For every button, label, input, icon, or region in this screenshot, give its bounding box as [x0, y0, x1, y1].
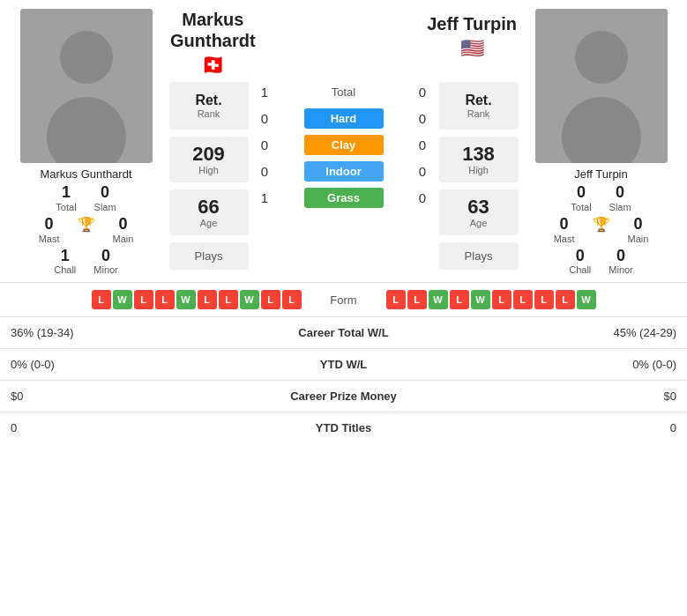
main-container: Markus Gunthardt 1 Total 0 Slam 0 Mast 🏆 — [0, 0, 687, 443]
player1-mast-lbl: Mast — [39, 234, 60, 244]
form-badge: L — [155, 290, 175, 309]
player2-slam-lbl: Slam — [609, 202, 631, 212]
player1-total-stat: 1 Total — [56, 184, 76, 212]
form-badge: L — [556, 290, 575, 309]
player1-total-lbl: Total — [56, 202, 76, 212]
player2-chall-lbl: Chall — [569, 264, 591, 275]
clay-bar-wrap: Clay — [273, 135, 414, 155]
form-badge: L — [534, 290, 554, 309]
player1-minor-val: 0 — [101, 248, 110, 265]
p1-clay-score: 0 — [256, 137, 273, 152]
p1-indoor-score: 0 — [256, 164, 273, 179]
top-content: Markus Gunthardt 1 Total 0 Slam 0 Mast 🏆 — [0, 0, 687, 275]
hard-row: 0 Hard 0 — [256, 108, 431, 129]
p2-high-lbl: High — [444, 165, 513, 175]
player2-main-lbl: Main — [628, 234, 649, 244]
stats-left-val: $0 — [0, 381, 176, 412]
player1-mast-val: 0 — [45, 216, 54, 234]
stats-row: $0 Career Prize Money $0 — [0, 381, 687, 412]
p1-total-score: 1 — [256, 85, 273, 100]
player2-slam-stat: 0 Slam — [609, 184, 631, 212]
indoor-bar-wrap: Indoor — [273, 161, 414, 182]
p1-name-block: Markus Gunthardt 🇨🇭 — [170, 9, 256, 77]
p1-hard-score: 0 — [256, 111, 273, 126]
form-badge: W — [113, 290, 132, 309]
p1-high-box: 209 High — [169, 137, 249, 182]
form-left: LWLLWLLWLL — [9, 290, 309, 309]
form-badge: L — [282, 290, 302, 309]
player2-mast-stat: 0 Mast — [554, 216, 575, 244]
p2-rank-box: Ret. Rank — [439, 82, 519, 130]
form-badge: L — [407, 290, 427, 309]
player1-main-lbl: Main — [113, 234, 134, 244]
p1-flag: 🇨🇭 — [201, 54, 225, 77]
player2-mast-val: 0 — [560, 216, 569, 234]
player2-minor-stat: 0 Minor — [609, 248, 633, 276]
clay-row: 0 Clay 0 — [256, 135, 431, 155]
p2-grass-score: 0 — [414, 190, 431, 205]
player2-stats-row2: 0 Mast 🏆 0 Main — [554, 216, 649, 244]
right-stats-col: Ret. Rank 138 High 63 Age Plays — [437, 82, 520, 270]
form-badge: L — [513, 290, 533, 309]
form-badge: W — [429, 290, 448, 309]
form-badge: W — [176, 290, 196, 309]
indoor-row: 0 Indoor 0 — [256, 161, 431, 182]
p2-big-name: Jeff Turpin — [427, 14, 517, 34]
surface-bars-col: 1 Total 0 0 Hard 0 — [250, 82, 437, 270]
trophy-icon-2: 🏆 — [593, 216, 610, 233]
player1-chall-val: 1 — [61, 248, 70, 265]
svg-point-4 — [575, 31, 628, 84]
right-player-card: Jeff Turpin 0 Total 0 Slam 0 Mast 🏆 — [524, 9, 678, 275]
indoor-bar: Indoor — [304, 161, 384, 182]
p2-clay-score: 0 — [414, 137, 431, 152]
svg-point-1 — [60, 31, 113, 84]
player2-slam-val: 0 — [616, 184, 624, 202]
stats-row: 0% (0-0) YTD W/L 0% (0-0) — [0, 349, 687, 381]
form-badge: L — [386, 290, 406, 309]
grass-row: 1 Grass 0 — [256, 188, 431, 208]
player2-chall-val: 0 — [576, 248, 585, 265]
form-right: LLWLWLLLLW — [379, 290, 679, 309]
grass-bar-wrap: Grass — [273, 188, 414, 208]
p1-high-lbl: High — [175, 165, 243, 175]
stats-right-val: 0% (0-0) — [511, 349, 687, 381]
p1-plays-box: Plays — [169, 242, 249, 270]
total-label: Total — [321, 82, 366, 102]
form-badge: W — [577, 290, 596, 309]
form-label: Form — [309, 293, 379, 307]
player1-minor-lbl: Minor — [93, 264, 118, 275]
player1-total-val: 1 — [62, 184, 71, 202]
p1-plays-lbl: Plays — [195, 249, 223, 263]
player2-total-lbl: Total — [571, 202, 591, 212]
grass-bar: Grass — [304, 188, 384, 208]
player1-slam-stat: 0 Slam — [94, 184, 116, 212]
form-badge: L — [198, 290, 217, 309]
player1-chall-lbl: Chall — [54, 264, 76, 275]
p1-high-val: 209 — [175, 144, 243, 165]
player1-chall-stat: 1 Chall — [54, 248, 76, 276]
p2-plays-lbl: Plays — [465, 249, 493, 263]
stats-surfaces-row: Ret. Rank 209 High 66 Age Plays — [167, 82, 520, 270]
stats-center-lbl: YTD W/L — [176, 349, 511, 381]
stats-left-val: 36% (19-34) — [0, 317, 176, 349]
player1-stats-row3: 1 Chall 0 Minor — [54, 248, 118, 276]
p2-age-val: 63 — [444, 197, 513, 218]
p2-rank-lbl: Rank — [444, 108, 513, 119]
p2-total-score: 0 — [414, 85, 431, 100]
form-badge: L — [450, 290, 469, 309]
total-bar-wrap: Total — [273, 82, 414, 102]
p2-rank-val: Ret. — [444, 93, 513, 108]
player2-mast-lbl: Mast — [554, 234, 575, 244]
player1-avatar — [20, 9, 153, 163]
form-badge: W — [240, 290, 259, 309]
center-panel: Markus Gunthardt 🇨🇭 Jeff Turpin 🇺🇸 Ret. — [167, 9, 520, 275]
player2-stats-row3: 0 Chall 0 Minor — [569, 248, 633, 276]
stats-row: 0 YTD Titles 0 — [0, 412, 687, 444]
stats-left-val: 0 — [0, 412, 176, 444]
clay-bar: Clay — [304, 135, 384, 155]
player1-name: Markus Gunthardt — [40, 167, 131, 181]
stats-left-val: 0% (0-0) — [0, 349, 176, 381]
p2-age-box: 63 Age — [439, 189, 519, 235]
p1-rank-lbl: Rank — [175, 108, 243, 119]
stats-right-val: $0 — [511, 381, 687, 412]
